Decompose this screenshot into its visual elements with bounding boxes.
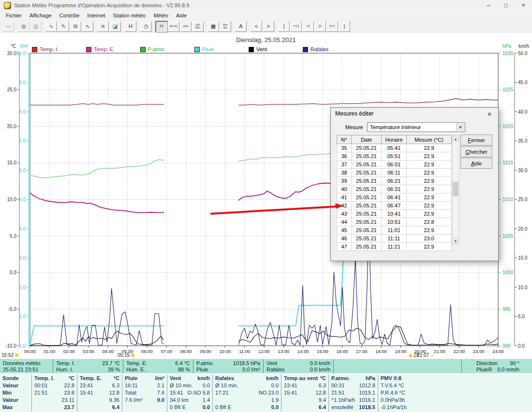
page-back-button[interactable]: <<| bbox=[290, 21, 302, 32]
measure-row-43[interactable]: 4325.05.2110:4122.9 bbox=[337, 210, 452, 218]
svg-text:25.0: 25.0 bbox=[7, 87, 17, 92]
measures-table: N°DateHoraireMesure (°C)3525.05.2105:412… bbox=[337, 135, 452, 251]
measure-row-36[interactable]: 3625.05.2105:5122.9 bbox=[337, 152, 452, 161]
measure-row-46[interactable]: 4625.05.2111:1123.0 bbox=[337, 235, 452, 243]
measure-row-42[interactable]: 4225.05.2106:4722.9 bbox=[337, 202, 452, 210]
col-header-n[interactable]: N° bbox=[337, 135, 352, 144]
chercher-button[interactable]: Chercher bbox=[460, 146, 492, 157]
series-vent bbox=[30, 331, 163, 346]
svg-text:15.0: 15.0 bbox=[518, 255, 528, 261]
go-start-button[interactable]: | bbox=[278, 21, 290, 32]
maximize-button[interactable]: □ bbox=[497, 0, 515, 11]
menu-aide[interactable]: Aide bbox=[172, 12, 191, 19]
aide-button[interactable]: Aide bbox=[460, 158, 492, 169]
menu-fichier[interactable]: Fichier bbox=[2, 12, 26, 19]
svg-text:5.0: 5.0 bbox=[518, 314, 525, 319]
svg-text:1010: 1010 bbox=[502, 197, 514, 202]
table-button[interactable]: ▦ bbox=[207, 21, 219, 32]
menu-affichage[interactable]: Affichage bbox=[26, 12, 56, 19]
menu-station-m-t-o[interactable]: Station météo bbox=[109, 12, 150, 19]
svg-text:1000: 1000 bbox=[502, 270, 514, 275]
series-temp-e bbox=[30, 193, 163, 213]
save-button[interactable]: ▦ bbox=[18, 21, 30, 32]
prev-button[interactable]: < bbox=[251, 21, 262, 32]
measure-row-38[interactable]: 3825.05.2106:1122.9 bbox=[337, 169, 452, 177]
svg-text:10.0: 10.0 bbox=[16, 51, 26, 56]
svg-text:1.0: 1.0 bbox=[19, 314, 26, 319]
pressure-history-button[interactable]: H bbox=[125, 21, 136, 32]
dialog-close-icon[interactable]: × bbox=[484, 110, 495, 118]
measure-row-47[interactable]: 4725.05.2111:2122.9 bbox=[337, 243, 452, 251]
measure-label: Mesure bbox=[345, 124, 363, 130]
measure-select[interactable]: Température Intérieur ▼ bbox=[367, 122, 465, 132]
status-section-temp-i: Temp. I.23.7 °CHum. I.39 % bbox=[53, 359, 123, 373]
step-back-button[interactable]: <| bbox=[302, 21, 314, 32]
svg-text:35.0: 35.0 bbox=[518, 138, 528, 144]
fermer-button[interactable]: Fermer bbox=[460, 134, 492, 146]
measure-row-45[interactable]: 4525.05.2111:0122.9 bbox=[337, 226, 452, 235]
go-end-button[interactable]: | bbox=[339, 21, 350, 32]
print-button[interactable]: ⊟ bbox=[70, 21, 81, 32]
scroll-up-icon[interactable]: ▲ bbox=[452, 135, 459, 142]
window-title: Station Météo Programme d'Opération-Acqu… bbox=[14, 2, 189, 8]
svg-text:4.0: 4.0 bbox=[19, 226, 26, 232]
svg-text:0.0: 0.0 bbox=[19, 343, 26, 349]
chart-climate-button[interactable]: ◪ bbox=[109, 21, 121, 32]
save-as-button[interactable]: ▥ bbox=[30, 21, 42, 32]
col-header-horaire[interactable]: Horaire bbox=[382, 135, 407, 144]
dialog-scrollbar[interactable]: ▲ ▼ bbox=[452, 135, 459, 245]
svg-text:45.0: 45.0 bbox=[518, 80, 528, 85]
axis-marker-05-15: 05:15 bbox=[118, 352, 134, 358]
next-button[interactable]: > bbox=[263, 21, 274, 32]
sunset-icon bbox=[430, 353, 434, 357]
status-section-direction: Direction90 °PluieR0.0 mm/h bbox=[462, 359, 532, 373]
view-day-button[interactable]: 31 bbox=[156, 21, 167, 32]
col-header-date[interactable]: Date bbox=[352, 135, 382, 144]
svg-text:990: 990 bbox=[502, 343, 511, 349]
minimize-button[interactable]: – bbox=[480, 0, 497, 11]
series-rafales bbox=[30, 288, 163, 346]
chevron-down-icon[interactable]: ▼ bbox=[456, 123, 464, 131]
status-row: Données météo25.05.21 23:51Temp. I.23.7 … bbox=[0, 359, 532, 373]
menu-contr-le[interactable]: Contrôle bbox=[56, 12, 84, 19]
auto-button[interactable]: A bbox=[235, 21, 247, 32]
edit-measures-button[interactable]: ✎ bbox=[58, 21, 69, 32]
view-week-button[interactable]: MO-SU bbox=[168, 21, 179, 32]
scrollbar-thumb[interactable] bbox=[453, 182, 458, 196]
measure-row-35[interactable]: 3525.05.2105:4122.9 bbox=[337, 144, 452, 152]
svg-text:1015: 1015 bbox=[502, 160, 514, 165]
series-temp-i bbox=[30, 103, 163, 105]
measure-row-44[interactable]: 4425.05.2110:5122.8 bbox=[337, 218, 452, 226]
measure-row-40[interactable]: 4025.05.2106:3122.9 bbox=[337, 185, 452, 193]
svg-text:l/m²: l/m² bbox=[20, 44, 29, 49]
page-fwd-button[interactable]: |>> bbox=[326, 21, 338, 32]
chart-combined-button[interactable]: ≋ bbox=[97, 21, 109, 32]
menu-m-t-o[interactable]: Météo bbox=[149, 12, 172, 19]
table-maxmin-button[interactable]: Max Min bbox=[220, 21, 231, 32]
svg-text:°C: °C bbox=[11, 44, 16, 49]
svg-text:1020: 1020 bbox=[502, 124, 514, 129]
stats-col-sonde: SondeValeur MinValeur MaxMoyenne25.05. 2… bbox=[0, 374, 32, 412]
measure-row-41[interactable]: 4125.05.2106:4122.9 bbox=[337, 193, 452, 202]
step-fwd-button[interactable]: |> bbox=[314, 21, 326, 32]
svg-text:10.0: 10.0 bbox=[7, 197, 17, 202]
svg-text:5.0: 5.0 bbox=[19, 197, 26, 202]
scroll-down-icon[interactable]: ▼ bbox=[452, 237, 459, 244]
svg-text:-10.0: -10.0 bbox=[5, 343, 16, 349]
close-button[interactable]: × bbox=[515, 0, 532, 11]
chart-day-button[interactable]: ∿ bbox=[45, 21, 57, 32]
clock-button[interactable]: ◷ bbox=[140, 21, 152, 32]
view-month-button[interactable]: JAN bbox=[180, 21, 192, 32]
view-year-button[interactable]: JAN DEC bbox=[192, 21, 204, 32]
col-header-mesure-c[interactable]: Mesure (°C) bbox=[407, 135, 452, 144]
series-p-atmo bbox=[30, 160, 163, 178]
svg-text:25.0: 25.0 bbox=[518, 197, 528, 202]
stats-col-temp-e: Temp. E.°C23:416.315:4112.89.366.4 bbox=[77, 374, 122, 412]
sun-icon bbox=[131, 353, 134, 357]
chart-line-button[interactable]: ∿ bbox=[82, 21, 93, 32]
measure-row-37[interactable]: 3725.05.2106:0122.9 bbox=[337, 161, 452, 169]
measure-row-39[interactable]: 3925.05.2106:2122.9 bbox=[337, 177, 452, 185]
svg-text:20.0: 20.0 bbox=[518, 226, 528, 232]
menu-internet[interactable]: Internet bbox=[83, 12, 109, 19]
annotation-button[interactable]: ▭ bbox=[2, 21, 14, 32]
